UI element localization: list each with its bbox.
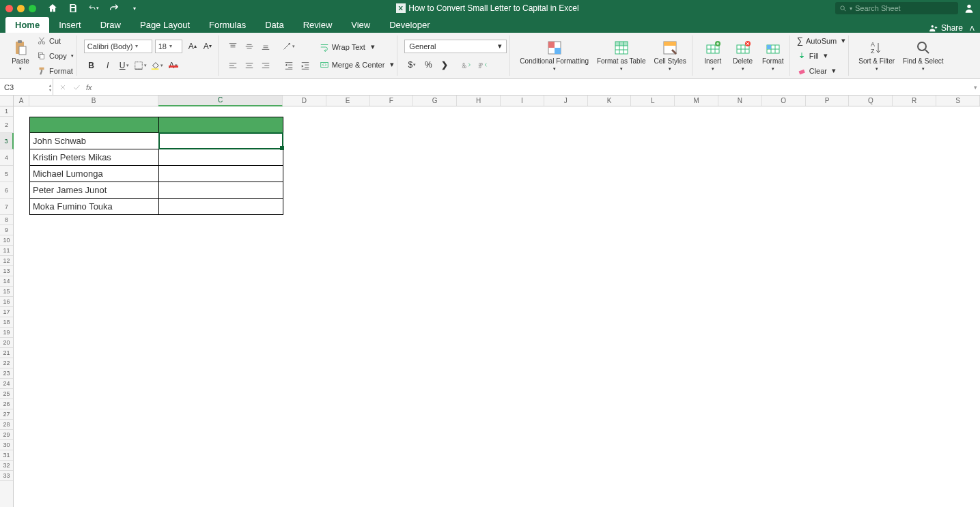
col-header-C[interactable]: C [158,96,282,106]
minimize-window-button[interactable] [17,5,25,12]
cell-grid[interactable]: John SchwabKristin Peters MikasMichael L… [14,106,980,507]
col-header-M[interactable]: M [675,96,718,106]
share-button[interactable]: Share [929,23,963,33]
row-header-21[interactable]: 21 [0,348,13,358]
merge-center-button[interactable]: Merge & Center▾ [320,58,395,72]
row-header-23[interactable]: 23 [0,368,13,379]
qat-customize-icon[interactable]: ▾ [129,3,140,14]
row-header-16[interactable]: 16 [0,297,13,307]
row-header-27[interactable]: 27 [0,409,13,420]
collapse-ribbon-icon[interactable]: ᐱ [970,25,975,32]
italic-button[interactable]: I [100,58,115,73]
col-header-L[interactable]: L [631,96,675,106]
percent-button[interactable]: % [421,57,436,72]
tab-review[interactable]: Review [294,17,342,33]
row-header-28[interactable]: 28 [0,420,13,430]
row-header-7[interactable]: 7 [0,199,13,215]
underline-button[interactable]: U▾ [117,58,132,73]
row-header-20[interactable]: 20 [0,338,13,348]
row-header-24[interactable]: 24 [0,379,13,389]
col-header-K[interactable]: K [588,96,632,106]
row-header-9[interactable]: 9 [0,225,13,235]
font-color-button[interactable]: A▾ [166,58,181,73]
align-center-button[interactable] [242,58,257,73]
align-top-button[interactable] [225,39,240,54]
name-box[interactable]: C3 ▴▾ [0,79,53,95]
align-right-button[interactable] [258,58,273,73]
row-header-29[interactable]: 29 [0,430,13,440]
currency-button[interactable]: $▾ [404,57,419,72]
row-header-6[interactable]: 6 [0,182,13,199]
col-header-D[interactable]: D [283,96,326,106]
row-header-2[interactable]: 2 [0,117,13,133]
table-cell[interactable]: Moka Fumino Touka [29,199,159,215]
row-header-5[interactable]: 5 [0,166,13,182]
fill-color-button[interactable]: ▾ [150,58,165,73]
tab-insert[interactable]: Insert [49,17,91,33]
col-header-R[interactable]: R [893,96,936,106]
row-header-3[interactable]: 3 [0,133,14,149]
table-cell[interactable] [159,133,283,149]
zoom-window-button[interactable] [29,5,36,12]
expand-formula-bar-icon[interactable]: ▾ [974,84,977,91]
row-header-15[interactable]: 15 [0,287,13,297]
cell-styles-button[interactable]: Cell Styles▾ [651,38,688,73]
paste-button[interactable]: Paste▾ [7,38,34,73]
bold-button[interactable]: B [84,58,99,73]
col-header-P[interactable]: P [806,96,850,106]
col-header-A[interactable]: A [14,96,29,106]
row-header-4[interactable]: 4 [0,149,13,166]
row-header-8[interactable]: 8 [0,215,13,225]
increase-indent-button[interactable] [298,58,313,73]
table-cell[interactable]: Michael Lumonga [29,166,159,182]
tab-home[interactable]: Home [5,17,49,33]
orientation-button[interactable]: ▾ [281,39,296,54]
col-header-I[interactable]: I [501,96,544,106]
col-header-E[interactable]: E [326,96,370,106]
search-sheet-input[interactable]: ▾ Search Sheet [835,2,958,14]
tab-data[interactable]: Data [255,17,293,33]
decrease-indent-button[interactable] [281,58,296,73]
col-header-B[interactable]: B [29,96,158,106]
table-cell[interactable] [159,182,283,199]
find-select-button[interactable]: Find & Select▾ [900,38,946,73]
col-header-N[interactable]: N [718,96,762,106]
number-format-combo[interactable]: General▾ [404,40,507,53]
row-header-12[interactable]: 12 [0,256,13,266]
fx-icon[interactable]: fx [86,83,92,91]
table-cell[interactable]: Peter James Junot [29,182,159,199]
row-header-18[interactable]: 18 [0,317,13,328]
row-header-14[interactable]: 14 [0,276,13,287]
redo-icon[interactable] [109,3,120,14]
enter-formula-icon[interactable] [72,83,81,91]
conditional-formatting-button[interactable]: Conditional Formatting▾ [517,38,591,73]
tab-page-layout[interactable]: Page Layout [130,17,199,33]
row-header-22[interactable]: 22 [0,358,13,368]
align-middle-button[interactable] [242,39,257,54]
row-header-13[interactable]: 13 [0,266,13,276]
cancel-formula-icon[interactable] [59,83,67,91]
save-icon[interactable] [68,3,79,14]
table-cell[interactable]: John Schwab [29,133,159,149]
font-name-combo[interactable]: Calibri (Body)▾ [84,40,152,53]
table-header-cell[interactable] [159,117,283,133]
border-button[interactable]: ▾ [133,58,148,73]
col-header-S[interactable]: S [936,96,980,106]
close-window-button[interactable] [5,5,13,12]
cut-button[interactable]: Cut [37,34,74,48]
increase-font-button[interactable]: A▴ [185,39,200,54]
col-header-Q[interactable]: Q [849,96,893,106]
table-cell[interactable] [159,149,283,166]
col-header-F[interactable]: F [370,96,414,106]
decrease-font-button[interactable]: A▾ [200,39,215,54]
format-painter-button[interactable]: Format [37,64,74,78]
row-header-33[interactable]: 33 [0,471,13,481]
format-cells-button[interactable]: Format▾ [759,38,787,73]
tab-developer[interactable]: Developer [380,17,439,33]
tab-draw[interactable]: Draw [91,17,130,33]
fill-button[interactable]: Fill▾ [797,49,846,63]
decrease-decimal-button[interactable]: .00.0 [475,57,490,72]
autosum-button[interactable]: ∑AutoSum▾ [797,34,846,48]
table-cell[interactable] [159,166,283,182]
copy-button[interactable]: Copy▾ [37,49,74,63]
